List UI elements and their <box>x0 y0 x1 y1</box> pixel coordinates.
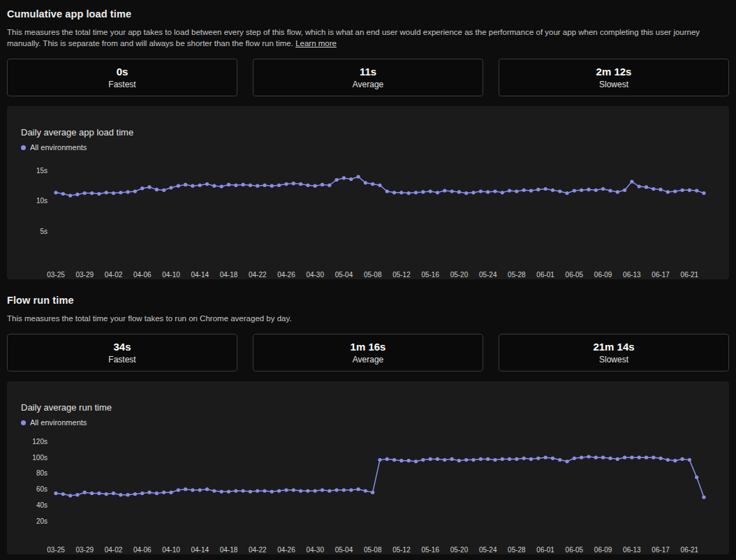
svg-text:100s: 100s <box>32 454 47 462</box>
load-time-stats-row: 0s Fastest 11s Average 2m 12s Slowest <box>7 59 729 96</box>
stat-card-average: 11s Average <box>253 59 483 96</box>
svg-text:03-29: 03-29 <box>75 546 94 554</box>
svg-text:06-13: 06-13 <box>623 546 641 554</box>
svg-text:06-09: 06-09 <box>594 271 612 279</box>
legend-label: All environments <box>30 143 87 152</box>
svg-text:05-28: 05-28 <box>508 546 526 554</box>
run-time-line-chart[interactable]: 20s40s60s80s100s120s03-2503-2904-0204-06… <box>21 428 715 558</box>
svg-text:05-16: 05-16 <box>421 271 439 279</box>
load-time-line-chart[interactable]: 5s10s15s03-2503-2904-0204-0604-1004-1404… <box>21 153 715 283</box>
stat-label-average: Average <box>353 80 383 89</box>
svg-text:04-26: 04-26 <box>277 271 295 279</box>
stat-value-average: 11s <box>360 66 376 78</box>
stat-label-fastest: Fastest <box>108 80 135 89</box>
svg-text:06-01: 06-01 <box>536 271 554 279</box>
app-load-time-description: This measures the total time your app ta… <box>7 27 729 49</box>
svg-text:05-20: 05-20 <box>450 546 469 554</box>
run-time-chart-legend: All environments <box>21 418 715 427</box>
legend-label: All environments <box>30 418 87 427</box>
svg-text:05-28: 05-28 <box>508 271 526 279</box>
svg-text:05-04: 05-04 <box>335 271 353 279</box>
svg-text:05-04: 05-04 <box>335 546 353 554</box>
flow-run-time-title: Flow run time <box>7 295 729 306</box>
svg-text:06-05: 06-05 <box>566 271 584 279</box>
svg-text:15s: 15s <box>36 167 47 175</box>
svg-text:05-24: 05-24 <box>479 271 497 279</box>
svg-text:10s: 10s <box>36 198 47 205</box>
svg-text:03-25: 03-25 <box>47 546 65 554</box>
stat-label-fastest: Fastest <box>108 355 135 364</box>
svg-text:80s: 80s <box>36 470 47 478</box>
run-time-chart-title: Daily average run time <box>21 402 715 413</box>
stat-value-slowest: 2m 12s <box>596 66 632 78</box>
svg-text:05-08: 05-08 <box>364 271 382 279</box>
stat-card-slowest: 2m 12s Slowest <box>499 59 729 96</box>
svg-text:04-14: 04-14 <box>191 271 209 279</box>
svg-text:03-29: 03-29 <box>75 271 94 279</box>
legend-dot-icon <box>21 420 26 425</box>
svg-text:06-05: 06-05 <box>566 546 584 554</box>
svg-text:06-21: 06-21 <box>681 546 699 554</box>
stat-label-slowest: Slowest <box>599 355 628 364</box>
stat-value-fastest: 0s <box>117 66 128 78</box>
stat-label-average: Average <box>353 355 383 364</box>
svg-text:04-22: 04-22 <box>249 271 267 279</box>
load-time-chart-title: Daily average app load time <box>21 127 715 138</box>
svg-text:06-17: 06-17 <box>652 271 670 279</box>
svg-text:04-18: 04-18 <box>220 546 238 554</box>
svg-text:05-20: 05-20 <box>450 271 469 279</box>
stat-value-average: 1m 16s <box>351 341 386 353</box>
load-time-chart-legend: All environments <box>21 143 715 152</box>
stat-card-fastest: 34s Fastest <box>7 334 237 371</box>
stat-card-average: 1m 16s Average <box>253 334 483 371</box>
svg-text:04-22: 04-22 <box>249 546 267 554</box>
stat-card-slowest: 21m 14s Slowest <box>499 334 729 371</box>
stat-card-fastest: 0s Fastest <box>7 59 237 96</box>
svg-text:5s: 5s <box>40 228 47 235</box>
svg-text:04-14: 04-14 <box>191 546 209 554</box>
stat-value-slowest: 21m 14s <box>593 341 634 353</box>
performance-dashboard: Cumulative app load time This measures t… <box>0 0 736 560</box>
svg-text:120s: 120s <box>32 438 47 445</box>
svg-text:04-06: 04-06 <box>133 546 152 554</box>
svg-text:04-30: 04-30 <box>306 271 324 279</box>
svg-text:05-12: 05-12 <box>392 546 411 554</box>
svg-text:06-09: 06-09 <box>594 546 612 554</box>
svg-text:04-10: 04-10 <box>162 271 180 279</box>
svg-text:06-13: 06-13 <box>623 271 641 279</box>
svg-text:06-01: 06-01 <box>536 546 554 554</box>
svg-text:05-16: 05-16 <box>421 546 439 554</box>
svg-text:04-06: 04-06 <box>133 271 152 279</box>
flow-run-time-description: This measures the total time your flow t… <box>7 313 729 324</box>
legend-dot-icon <box>21 145 26 150</box>
svg-text:03-25: 03-25 <box>47 271 65 279</box>
svg-text:05-08: 05-08 <box>364 546 382 554</box>
svg-text:60s: 60s <box>36 485 47 493</box>
svg-text:04-10: 04-10 <box>162 546 180 554</box>
section-app-load-time: Cumulative app load time This measures t… <box>7 8 729 279</box>
svg-text:04-02: 04-02 <box>105 271 123 279</box>
stat-value-fastest: 34s <box>113 341 131 353</box>
section-flow-run-time: Flow run time This measures the total ti… <box>7 295 729 554</box>
svg-text:40s: 40s <box>36 501 47 509</box>
run-time-stats-row: 34s Fastest 1m 16s Average 21m 14s Slowe… <box>7 334 729 371</box>
stat-label-slowest: Slowest <box>599 80 628 89</box>
description-text: This measures the total time your app ta… <box>7 28 700 47</box>
description-text: This measures the total time your flow t… <box>7 314 292 323</box>
chart-panel-load-time: Daily average app load time All environm… <box>7 106 729 279</box>
svg-text:04-26: 04-26 <box>277 546 295 554</box>
svg-text:05-12: 05-12 <box>392 271 411 279</box>
learn-more-link[interactable]: Learn more <box>295 39 337 47</box>
svg-text:04-30: 04-30 <box>306 546 324 554</box>
svg-text:20s: 20s <box>36 517 47 525</box>
svg-text:05-24: 05-24 <box>479 546 497 554</box>
chart-panel-run-time: Daily average run time All environments … <box>7 381 729 554</box>
svg-text:04-02: 04-02 <box>105 546 123 554</box>
svg-text:06-17: 06-17 <box>652 546 670 554</box>
app-load-time-title: Cumulative app load time <box>7 8 729 20</box>
svg-text:04-18: 04-18 <box>220 271 238 279</box>
svg-text:06-21: 06-21 <box>681 271 699 279</box>
